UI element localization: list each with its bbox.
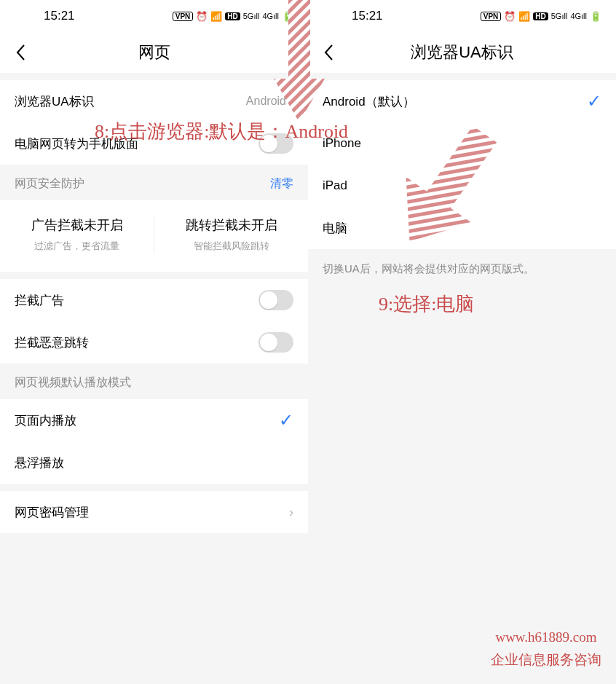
right-phone-screen: 15:21 VPN ⏰ 📶 HD 🔋 浏览器UA标识 Android（默认） ✓… [308, 0, 616, 684]
hd-icon: HD [225, 12, 240, 20]
watermark-url: www.h61889.com [491, 626, 601, 648]
svg-marker-3 [376, 127, 517, 244]
section-video-header: 网页视频默认播放模式 [0, 363, 308, 399]
chevron-left-icon [15, 44, 25, 61]
vpn-icon: VPN [481, 12, 502, 21]
row-label: 页面内播放 [15, 412, 279, 429]
settings-list: 浏览器UA标识 Android › 电脑网页转为手机版面 网页安全防护 清零 广… [0, 73, 308, 621]
hd-icon: HD [533, 12, 548, 20]
nav-bar: 网页 [0, 32, 308, 73]
status-time: 15:21 [15, 9, 75, 23]
back-button[interactable] [0, 32, 41, 73]
watermark-text: 企业信息服务咨询 [491, 649, 601, 671]
row-play-inline[interactable]: 页面内播放 ✓ [0, 399, 308, 441]
annotation-arrow-8 [274, 0, 325, 125]
row-label: 拦截广告 [15, 292, 258, 309]
checkmark-icon: ✓ [279, 410, 293, 431]
status-sub: 智能拦截风险跳转 [162, 240, 301, 253]
checkmark-icon: ✓ [587, 91, 601, 111]
left-phone-screen: 15:21 VPN ⏰ 📶 HD 🔋 网页 浏览器UA标识 Android › … [0, 0, 308, 684]
row-label: 悬浮播放 [15, 455, 293, 471]
row-label: 网页密码管理 [15, 504, 286, 521]
watermark: www.h61889.com 企业信息服务咨询 [491, 626, 601, 671]
row-block-ads[interactable]: 拦截广告 [0, 279, 308, 321]
status-bar: 15:21 VPN ⏰ 📶 HD 🔋 [308, 0, 616, 32]
chevron-left-icon [323, 44, 333, 61]
page-title: 浏览器UA标识 [308, 42, 616, 63]
jump-block-status: 跳转拦截未开启 智能拦截风险跳转 [154, 216, 308, 253]
annotation-text-8: 8:点击游览器:默认是：Android [95, 119, 348, 144]
row-label: 拦截恶意跳转 [15, 334, 258, 351]
annotation-text-9: 9:选择:电脑 [379, 291, 474, 317]
toggle-block-jump[interactable] [258, 332, 293, 353]
status-time: 15:21 [323, 9, 383, 23]
section-security-header: 网页安全防护 清零 [0, 165, 308, 200]
signal-4g-icon [570, 12, 587, 20]
status-icons: VPN ⏰ 📶 HD 🔋 [481, 11, 601, 22]
toggle-block-ads[interactable] [258, 290, 293, 310]
wifi-icon: 📶 [210, 11, 222, 22]
nav-bar: 浏览器UA标识 [308, 32, 616, 73]
option-android[interactable]: Android（默认） ✓ [308, 80, 616, 122]
row-play-float[interactable]: 悬浮播放 [0, 441, 308, 484]
wifi-icon: 📶 [518, 11, 530, 22]
section-label: 网页视频默认播放模式 [15, 375, 131, 390]
alarm-icon: ⏰ [196, 11, 208, 22]
signal-5g-icon [551, 12, 568, 20]
row-password-manager[interactable]: 网页密码管理 › [0, 491, 308, 533]
status-title: 跳转拦截未开启 [162, 216, 301, 234]
svg-marker-2 [274, 0, 325, 122]
alarm-icon: ⏰ [504, 11, 516, 22]
chevron-right-icon: › [289, 505, 293, 520]
clear-button[interactable]: 清零 [270, 176, 293, 192]
vpn-icon: VPN [173, 12, 194, 21]
section-label: 网页安全防护 [15, 176, 84, 192]
security-status-panel: 广告拦截未开启 过滤广告，更省流量 跳转拦截未开启 智能拦截风险跳转 [0, 200, 308, 272]
ad-block-status: 广告拦截未开启 过滤广告，更省流量 [0, 216, 154, 253]
row-block-jump[interactable]: 拦截恶意跳转 [0, 321, 308, 363]
status-bar: 15:21 VPN ⏰ 📶 HD 🔋 [0, 0, 308, 32]
status-sub: 过滤广告，更省流量 [7, 240, 146, 253]
option-label: Android（默认） [323, 93, 587, 110]
signal-5g-icon [243, 12, 260, 20]
annotation-arrow-9 [364, 127, 524, 247]
row-label: 浏览器UA标识 [15, 93, 246, 110]
status-title: 广告拦截未开启 [7, 216, 146, 234]
row-browser-ua[interactable]: 浏览器UA标识 Android › [0, 80, 308, 122]
ua-note: 切换UA后，网站将会提供对应的网页版式。 [308, 249, 616, 289]
page-title: 网页 [0, 42, 308, 63]
battery-icon: 🔋 [590, 11, 601, 22]
